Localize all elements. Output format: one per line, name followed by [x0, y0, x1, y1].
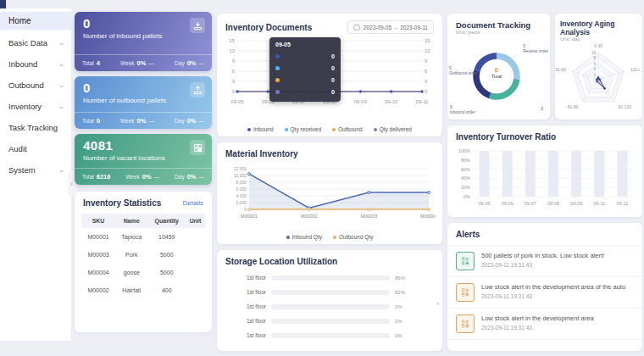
inventory-turnover-chart[interactable]: 0%20%40%60%80%100%09-0509-0609-0709-0809…: [451, 144, 639, 215]
column-header: Quantity: [147, 214, 186, 228]
svg-text:09-10: 09-10: [593, 201, 605, 206]
sidebar-item-task-tracking[interactable]: Task Tracking: [0, 117, 71, 138]
svg-text:M00003: M00003: [360, 214, 377, 219]
stat-meta: Total4Week0%—Day0%—: [75, 54, 212, 71]
series-dot-icon: [275, 78, 280, 82]
svg-text:12,000: 12,000: [234, 166, 247, 171]
stat-meta-label: Total: [82, 174, 94, 180]
legend-label: Outbound: [338, 126, 363, 132]
sidebar-item-label: Home: [8, 16, 31, 25]
inventory-aging-chart[interactable]: 2468100-30121+91-12061-9031-60: [555, 36, 642, 117]
stat-meta-value: 4: [97, 59, 100, 67]
svg-text:61-90: 61-90: [568, 104, 579, 109]
stat-label: Number of outbound pallets: [83, 97, 166, 104]
stat-label: Number of vacant locations: [83, 154, 165, 162]
stat-card-vacant-locations: 4081Number of vacant locationsTotal6216W…: [75, 134, 212, 185]
table-cell: [186, 246, 205, 264]
material-inventory-title: Material Inventory: [225, 149, 298, 159]
alert-message: 500 pallets of pork in stock. Low stock …: [481, 252, 604, 259]
stat-meta-label: Day: [175, 118, 185, 124]
svg-text:6: 6: [425, 69, 428, 74]
utilization-percent: 2%: [390, 319, 419, 324]
sidebar-item-label: Inbound: [8, 59, 37, 69]
inventory-turnover-panel: Inventory Turnover Ratio 0%20%40%60%80%1…: [447, 125, 642, 217]
chevron-down-icon: ⌄: [58, 96, 64, 117]
donut-total-label: Total: [476, 74, 517, 79]
sidebar-item-home[interactable]: Home: [0, 12, 71, 30]
legend-dot-icon: [332, 128, 336, 131]
material-inventory-chart[interactable]: 02,0004,0006,0008,00010,00012,000M00001M…: [224, 164, 436, 228]
table-cell: [186, 264, 205, 281]
svg-text:8,000: 8,000: [236, 180, 247, 185]
svg-text:0: 0: [425, 89, 428, 94]
sidebar-item-outbound[interactable]: Outbound⌄: [0, 75, 71, 96]
date-range-start: 2023-09-05: [364, 25, 391, 31]
svg-text:0: 0: [244, 207, 247, 212]
tooltip-row: 0: [275, 50, 335, 62]
legend-item-inbound-qty[interactable]: Inbound Qty: [286, 234, 322, 240]
tooltip-row: 0: [275, 86, 335, 97]
legend-label: Outbound Qty: [339, 234, 373, 240]
utilization-row: 1st floor2%: [217, 299, 442, 314]
callout-value: 0: [541, 107, 543, 112]
sidebar-item-label: System: [8, 165, 36, 175]
table-row[interactable]: M00003Pork5000: [81, 246, 205, 264]
calendar-icon: [353, 24, 360, 31]
svg-text:09-05: 09-05: [479, 201, 491, 206]
donut-center: 0 Total: [476, 66, 517, 79]
table-cell: 10459: [147, 228, 186, 246]
alert-item[interactable]: 库存告警500 pallets of pork in stock. Low st…: [447, 246, 642, 277]
svg-text:09-07: 09-07: [525, 201, 536, 206]
sidebar-item-label: Inventory: [8, 102, 42, 111]
carousel-next-icon[interactable]: ›: [436, 299, 439, 308]
sidebar-item-system[interactable]: System⌄: [0, 159, 71, 181]
table-row[interactable]: M00001Tapioca10459: [81, 228, 205, 246]
utilization-row: 1st floor82%: [217, 285, 442, 299]
stat-meta: Total6216Week0%—Day0%—: [75, 168, 212, 185]
stat-card-outbound-pallets: 0Number of outbound palletsTotal0Week0%—…: [75, 76, 212, 129]
table-row[interactable]: M00004goose5000: [81, 264, 205, 281]
stat-label: Number of inbound pallets: [83, 32, 162, 40]
stat-meta-item: Day0%—: [175, 59, 204, 67]
stat-card-inbound-pallets: 0Number of inbound palletsTotal4Week0%—D…: [75, 12, 212, 71]
table-cell: Hairtail: [115, 281, 147, 299]
donut-callout-br: 0: [541, 107, 543, 112]
stat-meta-item: Day0%—: [175, 173, 204, 181]
svg-text:10: 10: [591, 51, 597, 55]
storage-utilization-panel: Storage Location Utilization 1st floor86…: [217, 250, 442, 351]
floor-label: 1st floor: [217, 332, 271, 338]
legend-item-qty-received[interactable]: Qty received: [285, 126, 322, 132]
sidebar-item-inbound[interactable]: Inbound⌄: [0, 53, 71, 75]
sidebar-item-audit[interactable]: Audit: [0, 138, 71, 159]
stat-meta-value: 0%: [187, 117, 197, 125]
alert-item[interactable]: 库存告警Low stock alert in the development a…: [447, 277, 642, 309]
table-row[interactable]: M00002Hairtail400: [81, 281, 205, 299]
legend-item-outbound[interactable]: Outbound: [332, 126, 363, 132]
alert-item[interactable]: 库存告警Low stock alert in the development a…: [447, 309, 642, 340]
svg-text:09-11: 09-11: [416, 99, 430, 104]
legend-item-outbound-qty[interactable]: Outbound Qty: [333, 234, 373, 240]
utilization-track: [271, 333, 390, 338]
tooltip-value: 0: [331, 53, 335, 59]
svg-text:121+: 121+: [630, 67, 640, 72]
utilization-track: [271, 319, 390, 324]
sidebar-item-basic-data[interactable]: Basic Data⌄: [0, 32, 71, 53]
details-link[interactable]: Details: [183, 199, 203, 207]
stat-meta-value: 0%: [187, 59, 197, 67]
chevron-down-icon: ⌄: [58, 159, 64, 181]
stat-meta-label: Week: [120, 118, 135, 124]
stat-meta-value: 0%: [137, 59, 147, 67]
table-cell: Pork: [115, 246, 147, 264]
svg-text:15: 15: [229, 38, 235, 43]
svg-text:6: 6: [232, 69, 236, 74]
alert-body: 500 pallets of pork in stock. Low stock …: [481, 252, 604, 270]
date-range-picker[interactable]: 2023-09-05 - 2023-09-11: [347, 20, 434, 34]
inventory-aging-panel: Inventory Aging Analysis Unit: day 24681…: [555, 14, 642, 120]
outbound-pallet-icon: [190, 82, 205, 97]
sidebar-item-inventory[interactable]: Inventory⌄: [0, 96, 71, 117]
table-cell: M00002: [81, 281, 115, 299]
legend-item-qty-delivered[interactable]: Qty delivered: [374, 126, 412, 132]
legend-item-inbound[interactable]: Inbound: [247, 126, 274, 132]
alert-icon-text: 告警: [462, 261, 469, 265]
alert-body: Low stock alert in the development area …: [481, 283, 625, 302]
